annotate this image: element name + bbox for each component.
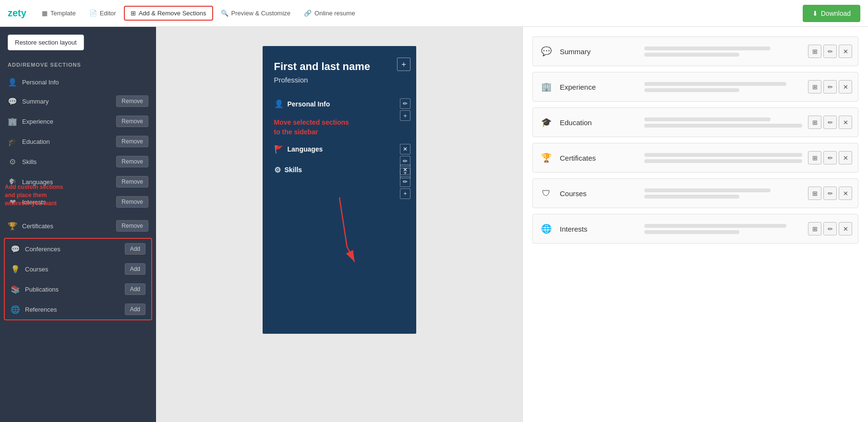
- edit-personal-info-button[interactable]: ✏: [400, 98, 410, 109]
- remove-languages-button[interactable]: Remove: [116, 176, 148, 188]
- remove-interests-button[interactable]: Remove: [116, 196, 148, 208]
- remove-certificates-button[interactable]: Remove: [116, 220, 148, 232]
- publications-icon: 📚: [11, 285, 20, 294]
- add-remove-icon: ⊞: [131, 10, 136, 17]
- restore-layout-button[interactable]: Restore section layout: [8, 35, 84, 50]
- education-actions: ⊞ ✏ ✕: [808, 116, 852, 129]
- experience-icon: 🏢: [8, 117, 17, 126]
- add-skills-button[interactable]: ＋: [400, 188, 410, 199]
- nav-editor[interactable]: 📄 Editor: [84, 7, 122, 20]
- sidebar-item-references: 🌐 References Add: [5, 299, 151, 319]
- personal-info-icon: 👤: [8, 78, 17, 87]
- resume-personal-info-icon: 👤: [274, 99, 284, 108]
- certificates-line-1: [644, 153, 802, 157]
- download-icon: ⬇: [812, 10, 818, 17]
- remove-interests-right-button[interactable]: ✕: [839, 222, 852, 235]
- add-publications-button[interactable]: Add: [125, 283, 145, 295]
- sidebar-item-personal-info: 👤 Personal Info: [0, 73, 156, 91]
- summary-icon: 💬: [8, 97, 17, 106]
- certificates-line-2: [644, 159, 802, 163]
- sidebar-item-certificates: 🏆 Certificates Remove: [0, 216, 156, 236]
- right-summary-icon: 💬: [539, 44, 554, 59]
- canvas-wrapper: First and last name Profession ＋ 👤 Perso…: [263, 46, 416, 403]
- courses-line-2: [644, 195, 739, 199]
- logo: zety: [8, 8, 26, 19]
- preview-icon: 🔍: [221, 10, 229, 17]
- main-layout: Restore section layout ADD/REMOVE SECTIO…: [0, 27, 868, 422]
- certificates-icon: 🏆: [8, 222, 17, 231]
- edit-summary-button[interactable]: ✏: [823, 45, 837, 58]
- nav-online[interactable]: 🔗 Online resume: [298, 7, 361, 20]
- remove-education-button[interactable]: Remove: [116, 136, 148, 147]
- resume-skills-icon: ⚙: [274, 165, 281, 175]
- remove-courses-right-button[interactable]: ✕: [839, 187, 852, 200]
- remove-education-right-button[interactable]: ✕: [839, 116, 852, 129]
- move-annotation-area: Move selected sectionsto the sidebar: [263, 114, 416, 139]
- nav-template[interactable]: ▦ Template: [36, 7, 82, 20]
- add-header-button[interactable]: ＋: [397, 58, 410, 71]
- interests-line-2: [644, 230, 739, 234]
- remove-summary-button[interactable]: Remove: [116, 95, 148, 107]
- move-education-button[interactable]: ⊞: [808, 116, 821, 129]
- add-personal-info-button[interactable]: ＋: [400, 110, 410, 121]
- right-section-experience: 🏢 Experience ⊞ ✏ ✕: [532, 72, 858, 102]
- interests-lines: [644, 224, 802, 234]
- add-remove-section-title: ADD/REMOVE SECTIONS: [0, 58, 156, 73]
- right-certificates-icon: 🏆: [539, 150, 554, 165]
- remove-languages-from-main-button[interactable]: ✕: [400, 144, 410, 154]
- right-experience-icon: 🏢: [539, 79, 554, 94]
- right-interests-icon: 🌐: [539, 221, 554, 236]
- resume-languages-icon: 🚩: [274, 145, 284, 154]
- right-section-certificates: 🏆 Certificates ⊞ ✏ ✕: [532, 143, 858, 173]
- editor-icon: 📄: [89, 10, 97, 17]
- nav-preview[interactable]: 🔍 Preview & Customize: [215, 7, 297, 20]
- right-education-icon: 🎓: [539, 115, 554, 130]
- resume-section-skills: ⚙ Skills ✕ ✏ ＋: [263, 160, 416, 180]
- summary-line-2: [644, 53, 739, 57]
- add-conferences-button[interactable]: Add: [125, 243, 145, 255]
- edit-interests-button[interactable]: ✏: [823, 222, 837, 235]
- remove-certificates-right-button[interactable]: ✕: [839, 151, 852, 164]
- nav-add-remove[interactable]: ⊞ Add & Remove Sections: [124, 6, 213, 21]
- remove-summary-right-button[interactable]: ✕: [839, 45, 852, 58]
- references-icon: 🌐: [11, 305, 20, 314]
- remove-experience-right-button[interactable]: ✕: [839, 80, 852, 94]
- interests-line-1: [644, 224, 786, 228]
- resume-profession: Profession: [274, 76, 405, 84]
- edit-experience-button[interactable]: ✏: [823, 80, 837, 94]
- add-references-button[interactable]: Add: [125, 304, 145, 315]
- courses-icon: 💡: [11, 265, 20, 274]
- experience-lines: [644, 82, 802, 92]
- edit-skills-button[interactable]: ✏: [400, 176, 410, 187]
- remove-skills-button[interactable]: Remove: [116, 156, 148, 167]
- remove-skills-from-main-button[interactable]: ✕: [400, 164, 410, 175]
- education-line-1: [644, 117, 771, 121]
- download-button[interactable]: ⬇ Download: [803, 5, 860, 22]
- move-summary-button[interactable]: ⊞: [808, 45, 821, 58]
- conferences-icon: 💬: [11, 245, 20, 254]
- move-sections-annotation: Move selected sectionsto the sidebar: [274, 118, 405, 137]
- resume-name: First and last name: [274, 60, 405, 73]
- experience-actions: ⊞ ✏ ✕: [808, 80, 852, 94]
- right-courses-icon: 🛡: [539, 186, 554, 201]
- interests-actions: ⊞ ✏ ✕: [808, 222, 852, 235]
- resume-preview: First and last name Profession ＋ 👤 Perso…: [263, 46, 416, 334]
- edit-courses-button[interactable]: ✏: [823, 187, 837, 200]
- add-courses-button[interactable]: Add: [125, 263, 145, 275]
- move-courses-button[interactable]: ⊞: [808, 187, 821, 200]
- move-certificates-button[interactable]: ⊞: [808, 151, 821, 164]
- right-section-education: 🎓 Education ⊞ ✏ ✕: [532, 107, 858, 137]
- custom-sections-annotation: Add custom sectionsand place themwhereve…: [5, 183, 63, 207]
- move-experience-button[interactable]: ⊞: [808, 80, 821, 94]
- certificates-actions: ⊞ ✏ ✕: [808, 151, 852, 164]
- template-icon: ▦: [42, 10, 48, 17]
- sidebar-item-publications: 📚 Publications Add: [5, 279, 151, 299]
- remove-experience-button[interactable]: Remove: [116, 116, 148, 127]
- sidebar-item-skills: ⚙ Skills Remove: [0, 152, 156, 172]
- education-line-2: [644, 124, 802, 128]
- edit-education-button[interactable]: ✏: [823, 116, 837, 129]
- summary-lines: [644, 47, 802, 57]
- edit-certificates-button[interactable]: ✏: [823, 151, 837, 164]
- move-interests-button[interactable]: ⊞: [808, 222, 821, 235]
- sidebar-item-courses: 💡 Courses Add: [5, 259, 151, 279]
